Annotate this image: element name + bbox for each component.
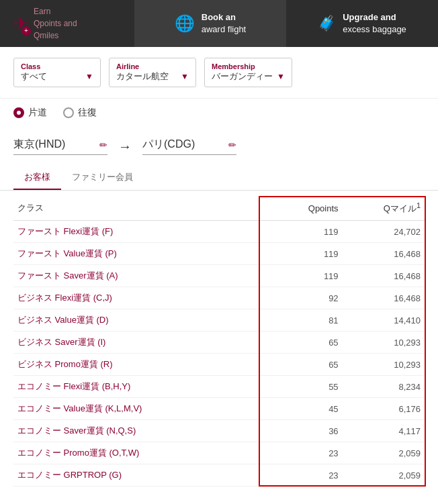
table-row: ファースト Saver運賃 (A)11916,468 [13, 265, 425, 287]
globe-icon: 🌐 [175, 14, 195, 33]
radio-roundtrip-dot [63, 107, 74, 118]
table-row: ビジネス Promo運賃 (R)6510,293 [13, 354, 425, 376]
table-row: ファースト Value運賃 (P)11916,468 [13, 243, 425, 265]
class-filter-label: Class [21, 62, 93, 70]
earn-text: Earn Qpoints and Qmiles [34, 5, 77, 42]
table-row: ファースト Flexi運賃 (F)11924,702 [13, 221, 425, 243]
cell-class-name: ビジネス Flexi運賃 (C,J) [13, 287, 260, 309]
nav-earn-section[interactable]: ✈ + Earn Qpoints and Qmiles [0, 0, 134, 47]
cell-class-name: エコノミー Saver運賃 (N,Q,S) [13, 420, 260, 442]
cell-qmile: 24,702 [343, 221, 425, 243]
cell-qmile: 8,234 [343, 376, 425, 398]
nav-book-award[interactable]: 🌐 Book an award flight [134, 0, 286, 47]
cell-qmile: 16,468 [343, 287, 425, 309]
cell-class-name: エコノミー Flexi運賃 (B,H,Y) [13, 376, 260, 398]
membership-filter[interactable]: Membership バーガンディー ▼ [204, 58, 292, 87]
nav-upgrade[interactable]: 🧳 Upgrade and excess baggage [286, 0, 438, 47]
membership-dropdown-arrow: ▼ [277, 72, 285, 81]
radio-oneway[interactable]: 片道 [13, 107, 47, 119]
table-row: ビジネス Saver運賃 (I)6510,293 [13, 332, 425, 354]
cell-qmile: 14,410 [343, 309, 425, 332]
cell-qpoints: 23 [260, 464, 342, 487]
to-city-text: パリ(CDG) [142, 138, 195, 152]
from-city: 東京(HND) ✏ [13, 138, 107, 155]
airline-filter-value: カタール航空 ▼ [116, 70, 189, 83]
cell-class-name: ファースト Value運賃 (P) [13, 243, 260, 265]
fare-table-container: クラス Qpoints Qマイル1 ファースト Flexi運賃 (F)11924… [0, 191, 438, 492]
from-city-edit-icon[interactable]: ✏ [99, 140, 107, 150]
table-header-row: クラス Qpoints Qマイル1 [13, 196, 425, 221]
membership-filter-label: Membership [212, 62, 285, 70]
class-dropdown-arrow: ▼ [85, 72, 93, 81]
cell-class-name: エコノミー GRPTROP (G) [13, 464, 260, 487]
table-row: ビジネス Flexi運賃 (C,J)9216,468 [13, 287, 425, 309]
radio-roundtrip-label: 往復 [78, 107, 97, 119]
cell-class-name: エコノミー Promo運賃 (O,T,W) [13, 442, 260, 464]
from-city-name: 東京(HND) ✏ [13, 138, 107, 155]
cell-class-name: ファースト Saver運賃 (A) [13, 265, 260, 287]
membership-filter-value: バーガンディー ▼ [212, 70, 285, 83]
cell-class-name: エコノミー Value運賃 (K,L,M,V) [13, 398, 260, 420]
cell-qpoints: 23 [260, 442, 342, 464]
cell-qpoints: 81 [260, 309, 342, 332]
fare-table: クラス Qpoints Qマイル1 ファースト Flexi運賃 (F)11924… [13, 196, 425, 487]
cell-qpoints: 119 [260, 265, 342, 287]
cell-class-name: ファースト Flexi運賃 (F) [13, 221, 260, 243]
cell-qmile: 4,117 [343, 420, 425, 442]
airline-filter-label: Airline [116, 62, 189, 70]
cell-qpoints: 45 [260, 398, 342, 420]
book-award-label: Book an award flight [202, 11, 246, 36]
to-city: パリ(CDG) ✏ [142, 138, 236, 155]
col-header-qpoints: Qpoints [260, 196, 342, 221]
trip-type-radio: 片道 往復 [0, 99, 438, 127]
radio-oneway-dot [13, 107, 24, 118]
table-row: エコノミー Value運賃 (K,L,M,V)456,176 [13, 398, 425, 420]
cell-qpoints: 119 [260, 243, 342, 265]
cell-qmile: 16,468 [343, 265, 425, 287]
top-navigation: ✈ + Earn Qpoints and Qmiles 🌐 Book an aw… [0, 0, 438, 47]
airline-dropdown-arrow: ▼ [181, 72, 189, 81]
table-row: ビジネス Value運賃 (D)8114,410 [13, 309, 425, 332]
cell-qpoints: 65 [260, 354, 342, 376]
cell-qpoints: 55 [260, 376, 342, 398]
radio-oneway-label: 片道 [28, 107, 47, 119]
upgrade-label: Upgrade and excess baggage [343, 11, 406, 36]
route-section: 東京(HND) ✏ → パリ(CDG) ✏ [0, 127, 438, 160]
cell-qpoints: 36 [260, 420, 342, 442]
route-arrow: → [118, 139, 132, 154]
plus-circle-icon: + [21, 26, 31, 36]
cell-class-name: ビジネス Value運賃 (D) [13, 309, 260, 332]
baggage-icon: 🧳 [318, 15, 336, 32]
col-header-class: クラス [13, 196, 260, 221]
airline-filter[interactable]: Airline カタール航空 ▼ [109, 58, 196, 87]
footnote-1: 1 [417, 201, 421, 209]
table-row: エコノミー Promo運賃 (O,T,W)232,059 [13, 442, 425, 464]
cell-class-name: ビジネス Saver運賃 (I) [13, 332, 260, 354]
to-city-name: パリ(CDG) ✏ [142, 138, 236, 155]
table-row: エコノミー Flexi運賃 (B,H,Y)558,234 [13, 376, 425, 398]
filters-row: Class すべて ▼ Airline カタール航空 ▼ Membership … [0, 47, 438, 99]
to-city-edit-icon[interactable]: ✏ [228, 140, 236, 150]
cell-class-name: ビジネス Promo運賃 (R) [13, 354, 260, 376]
table-row: エコノミー GRPTROP (G)232,059 [13, 464, 425, 487]
cell-qmile: 10,293 [343, 332, 425, 354]
radio-roundtrip[interactable]: 往復 [63, 107, 97, 119]
from-city-text: 東京(HND) [13, 138, 65, 152]
cell-qpoints: 119 [260, 221, 342, 243]
tab-customer[interactable]: お客様 [13, 166, 61, 190]
cell-qmile: 16,468 [343, 243, 425, 265]
cell-qmile: 2,059 [343, 464, 425, 487]
class-filter[interactable]: Class すべて ▼ [13, 58, 101, 87]
cell-qmile: 2,059 [343, 442, 425, 464]
cell-qmile: 10,293 [343, 354, 425, 376]
class-filter-value: すべて ▼ [21, 70, 93, 83]
cell-qpoints: 65 [260, 332, 342, 354]
arrow-right-icon: → [118, 139, 132, 154]
passenger-tabs: お客様 ファミリー会員 [0, 160, 438, 191]
cell-qpoints: 92 [260, 287, 342, 309]
col-header-qmile: Qマイル1 [343, 196, 425, 221]
cell-qmile: 6,176 [343, 398, 425, 420]
table-row: エコノミー Saver運賃 (N,Q,S)364,117 [13, 420, 425, 442]
tab-family[interactable]: ファミリー会員 [61, 166, 144, 190]
